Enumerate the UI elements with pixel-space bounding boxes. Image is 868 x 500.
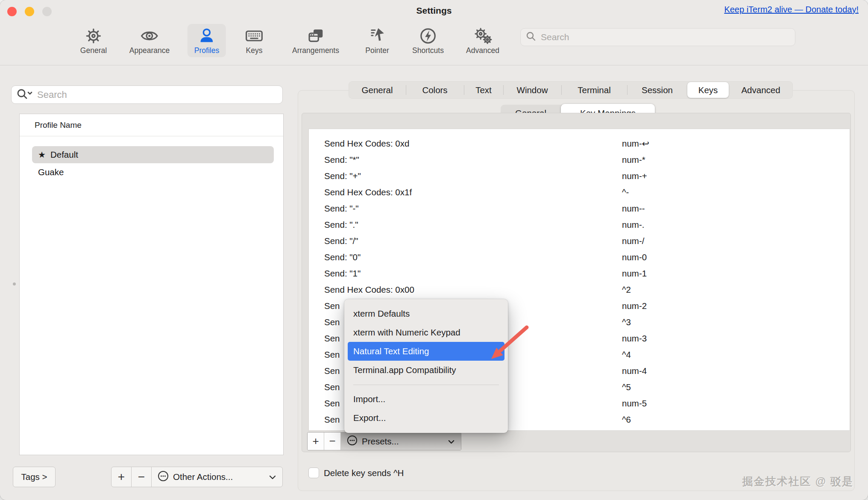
presets-popup-menu: xterm Defaults xterm with Numeric Keypad… xyxy=(344,299,508,433)
person-icon xyxy=(198,27,215,44)
tab-session[interactable]: Session xyxy=(627,81,687,99)
key-mapping-actions-control: + − Presets... xyxy=(307,432,461,450)
tags-button[interactable]: Tags > xyxy=(13,467,56,487)
star-icon: ★ xyxy=(38,150,46,160)
toolbar-item-profiles[interactable]: Profiles xyxy=(188,24,226,57)
toolbar-item-keys[interactable]: Keys xyxy=(238,24,270,57)
tab-text[interactable]: Text xyxy=(464,81,503,99)
toolbar-item-label: Shortcuts xyxy=(412,47,444,55)
splitter-handle[interactable] xyxy=(13,282,16,285)
chevron-down-icon xyxy=(269,472,276,482)
toolbar-divider xyxy=(0,65,868,65)
chevron-down-icon xyxy=(448,436,455,447)
add-profile-button[interactable]: + xyxy=(111,467,132,487)
menu-item-export[interactable]: Export... xyxy=(344,409,508,427)
toolbar-item-label: Keys xyxy=(246,47,263,55)
tab-window[interactable]: Window xyxy=(503,81,561,99)
presets-menu-button[interactable]: Presets... xyxy=(341,432,461,450)
toolbar-search-field[interactable] xyxy=(520,28,795,46)
table-row[interactable]: Send: "0"num-0 xyxy=(309,249,850,265)
profile-list: Profile Name ★ Default Guake xyxy=(19,114,284,455)
delete-key-label: Delete key sends ^H xyxy=(324,468,404,478)
toolbar-item-arrangements[interactable]: Arrangements xyxy=(285,24,346,57)
settings-window: Settings Keep iTerm2 alive — Donate toda… xyxy=(0,0,868,500)
delete-key-checkbox[interactable] xyxy=(308,468,319,478)
menu-item-xterm-defaults[interactable]: xterm Defaults xyxy=(344,304,508,323)
search-menu-icon xyxy=(16,88,33,102)
tab-advanced[interactable]: Advanced xyxy=(729,81,793,99)
table-row[interactable]: Send Hex Codes: 0x1f^- xyxy=(309,184,850,200)
search-icon xyxy=(526,31,536,43)
profile-row-default[interactable]: ★ Default xyxy=(32,146,274,163)
table-row[interactable]: Send: "+"num-+ xyxy=(309,168,850,184)
other-actions-menu[interactable]: Other Actions... xyxy=(152,467,282,487)
watermark: 掘金技术社区 @ 驳是 xyxy=(742,474,853,488)
cursor-icon xyxy=(369,27,386,44)
menu-item-import[interactable]: Import... xyxy=(344,390,508,409)
toolbar-item-appearance[interactable]: Appearance xyxy=(123,24,176,57)
toolbar-item-advanced[interactable]: Advanced xyxy=(459,24,506,57)
other-actions-label: Other Actions... xyxy=(173,472,233,482)
toolbar-item-pointer[interactable]: Pointer xyxy=(358,24,396,57)
toolbar-item-general[interactable]: General xyxy=(73,24,114,57)
tab-general[interactable]: General xyxy=(349,81,406,99)
profile-tabs: General Colors Text Window Terminal Sess… xyxy=(349,81,793,99)
table-row[interactable]: Send: "/"num-/ xyxy=(309,233,850,249)
donate-link[interactable]: Keep iTerm2 alive — Donate today! xyxy=(724,5,859,15)
toolbar-item-label: General xyxy=(80,47,107,55)
profile-name: Default xyxy=(50,150,78,160)
circle-ellipsis-icon xyxy=(158,471,169,484)
toolbar-item-label: Appearance xyxy=(129,47,170,55)
windows-icon xyxy=(307,27,324,44)
profile-row-guake[interactable]: Guake xyxy=(32,164,274,181)
table-row[interactable]: Send: "*"num-* xyxy=(309,152,850,168)
remove-profile-button[interactable]: − xyxy=(132,467,152,487)
menu-item-terminal-app-compatibility[interactable]: Terminal.app Compatibility xyxy=(344,361,508,379)
tab-keys[interactable]: Keys xyxy=(687,82,729,98)
add-key-mapping-button[interactable]: + xyxy=(308,432,324,450)
tab-terminal[interactable]: Terminal xyxy=(561,81,627,99)
lightning-icon xyxy=(419,27,437,44)
table-row[interactable]: Send: "-"num-- xyxy=(309,200,850,217)
gears-icon xyxy=(473,27,492,44)
profile-search-input[interactable] xyxy=(36,89,278,101)
table-row[interactable]: Send: "."num-. xyxy=(309,217,850,233)
search-input[interactable] xyxy=(540,32,790,43)
menu-separator xyxy=(353,385,499,385)
table-row[interactable]: Send Hex Codes: 0xdnum-↩ xyxy=(309,135,850,152)
toolbar-item-label: Arrangements xyxy=(292,47,339,55)
profile-search-field[interactable] xyxy=(11,85,283,104)
circle-ellipsis-icon xyxy=(347,435,358,448)
table-row[interactable]: Send Hex Codes: 0x00^2 xyxy=(309,282,850,298)
profile-actions-control: + − Other Actions... xyxy=(111,467,283,487)
table-row[interactable]: Send: "1"num-1 xyxy=(309,265,850,282)
menu-item-xterm-numeric-keypad[interactable]: xterm with Numeric Keypad xyxy=(344,323,508,342)
profile-name: Guake xyxy=(38,167,64,177)
tab-colors[interactable]: Colors xyxy=(406,81,464,99)
toolbar-item-label: Pointer xyxy=(365,47,389,55)
profile-list-header: Profile Name xyxy=(20,114,283,136)
menu-item-natural-text-editing[interactable]: Natural Text Editing xyxy=(348,342,504,361)
eye-icon xyxy=(140,27,159,44)
remove-key-mapping-button[interactable]: − xyxy=(324,432,341,450)
gear-icon xyxy=(85,27,102,44)
keyboard-icon xyxy=(245,27,264,44)
toolbar-item-label: Profiles xyxy=(194,47,219,55)
toolbar-item-shortcuts[interactable]: Shortcuts xyxy=(405,24,451,57)
presets-label: Presets... xyxy=(362,436,399,447)
toolbar-item-label: Advanced xyxy=(466,47,499,55)
